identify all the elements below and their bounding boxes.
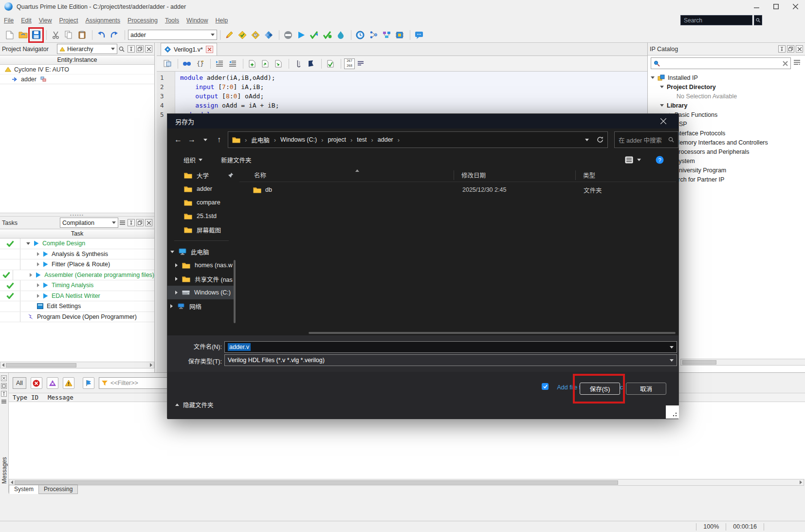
forward-icon[interactable]: → bbox=[185, 133, 199, 147]
ip-search-input[interactable] bbox=[651, 57, 791, 69]
stop-processing-icon[interactable] bbox=[282, 29, 294, 41]
entity-combobox[interactable]: adder bbox=[128, 30, 217, 40]
breadcrumb-item[interactable]: project bbox=[327, 136, 347, 143]
navigator-close-icon[interactable] bbox=[145, 45, 152, 53]
programmer-icon[interactable] bbox=[394, 29, 405, 41]
analyze-file-icon[interactable] bbox=[325, 58, 336, 70]
dialog-sidebar-item[interactable]: 大学 bbox=[167, 168, 236, 182]
task-column-header[interactable]: Task bbox=[0, 229, 154, 238]
chevron-right-icon[interactable] bbox=[175, 291, 178, 294]
tasks-pin-icon[interactable] bbox=[128, 219, 135, 226]
minimize-button[interactable] bbox=[747, 0, 766, 13]
comment-icon[interactable] bbox=[259, 58, 271, 70]
breadcrumb[interactable]: ›此电脑›Windows (C:)›project›test›adder› bbox=[228, 131, 608, 148]
close-button[interactable] bbox=[786, 0, 805, 13]
filter-errors-icon[interactable] bbox=[31, 377, 42, 389]
open-file-icon[interactable] bbox=[17, 29, 29, 41]
entity-instance-header[interactable]: Entity:Instance bbox=[0, 55, 154, 65]
task-row[interactable]: Timing Analysis bbox=[0, 280, 154, 291]
filter-all-button[interactable]: All bbox=[13, 377, 26, 389]
menu-edit[interactable]: Edit bbox=[21, 17, 32, 24]
tasks-hscrollbar[interactable] bbox=[0, 362, 154, 368]
col-id[interactable]: ID bbox=[31, 394, 48, 401]
indent-increase-icon[interactable] bbox=[214, 58, 225, 70]
ip-tree-item[interactable]: Installed IP bbox=[650, 73, 804, 82]
chevron-down-icon[interactable] bbox=[660, 104, 664, 107]
line-numbers-toggle[interactable]: 267268 bbox=[344, 58, 355, 69]
address-dropdown-icon[interactable] bbox=[585, 139, 589, 141]
word-wrap-icon[interactable] bbox=[355, 58, 366, 70]
menu-assignments[interactable]: Assignments bbox=[85, 17, 120, 24]
dialog-cancel-button[interactable]: 取消 bbox=[626, 383, 666, 395]
task-row[interactable]: Fitter (Place & Route) bbox=[0, 259, 154, 270]
start-timing-icon[interactable] bbox=[322, 29, 333, 41]
chevron-down-icon[interactable] bbox=[26, 242, 30, 245]
entity-tree-item[interactable]: adder bbox=[0, 74, 154, 84]
chevron-down-icon[interactable] bbox=[170, 251, 174, 253]
column-name[interactable]: 名称 bbox=[254, 170, 266, 180]
breadcrumb-item[interactable]: test bbox=[356, 136, 367, 143]
col-message[interactable]: Message bbox=[48, 394, 73, 401]
ip-tree-item[interactable]: Project Directory bbox=[650, 82, 804, 92]
chevron-right-icon[interactable] bbox=[37, 252, 39, 256]
task-row[interactable]: Edit Settings bbox=[0, 301, 154, 312]
task-row[interactable]: EDA Netlist Writer bbox=[0, 291, 154, 302]
dialog-sidebar-item[interactable]: Windows (C:) bbox=[167, 286, 236, 299]
panel-splitter[interactable]: •••••• bbox=[0, 213, 154, 217]
messages-hscrollbar[interactable] bbox=[9, 479, 804, 486]
menu-project[interactable]: Project bbox=[59, 17, 78, 24]
tasks-close-icon[interactable] bbox=[145, 219, 152, 226]
start-compilation-icon[interactable] bbox=[295, 29, 307, 41]
assignment-editor-icon[interactable] bbox=[223, 29, 235, 41]
navigator-search-icon[interactable] bbox=[117, 45, 126, 53]
menu-window[interactable]: Window bbox=[186, 17, 208, 24]
chevron-right-icon[interactable] bbox=[37, 294, 39, 298]
netlist-viewer-icon[interactable] bbox=[367, 29, 379, 41]
navigator-float-icon[interactable] bbox=[136, 45, 144, 53]
chevron-down-icon[interactable] bbox=[660, 86, 664, 88]
messages-menu-icon[interactable] bbox=[1, 399, 7, 404]
device-tree-item[interactable]: Cyclone IV E: AUTO bbox=[0, 65, 154, 74]
filter-flag-icon[interactable] bbox=[83, 377, 94, 389]
ip-pin-icon[interactable] bbox=[778, 45, 786, 53]
maximize-button[interactable] bbox=[766, 0, 786, 13]
redo-icon[interactable] bbox=[109, 29, 120, 41]
sidebar-scrollbar[interactable] bbox=[234, 260, 236, 323]
refresh-icon[interactable] bbox=[597, 136, 604, 143]
chat-help-icon[interactable] bbox=[413, 29, 425, 41]
resize-grip[interactable] bbox=[666, 405, 679, 419]
message-filter-input[interactable]: <<Filter>> bbox=[99, 377, 176, 389]
view-mode-icon[interactable] bbox=[625, 156, 633, 164]
ip-search-clear-icon[interactable] bbox=[783, 61, 788, 66]
messages-close-icon[interactable] bbox=[1, 375, 7, 381]
timing-analysis-icon[interactable] bbox=[250, 29, 261, 41]
task-row[interactable]: Compile Design bbox=[0, 238, 154, 249]
analysis-synthesis-icon[interactable] bbox=[237, 29, 248, 41]
column-date[interactable]: 修改日期 bbox=[461, 170, 486, 180]
column-type[interactable]: 类型 bbox=[583, 170, 595, 180]
messages-pin-icon[interactable] bbox=[1, 391, 7, 397]
ip-hscrollbar[interactable] bbox=[680, 359, 805, 366]
replace-icon[interactable]: {} bbox=[194, 58, 206, 70]
tasks-float-icon[interactable] bbox=[136, 219, 144, 226]
task-row[interactable]: Analysis & Synthesis bbox=[0, 249, 154, 260]
search-options-button[interactable] bbox=[754, 15, 762, 25]
file-properties-icon[interactable] bbox=[162, 58, 173, 70]
dialog-sidebar-item[interactable]: homes (nas.w bbox=[167, 258, 236, 272]
new-file-icon[interactable] bbox=[4, 29, 16, 41]
timequest-clock-icon[interactable] bbox=[354, 29, 366, 41]
bookmark-icon[interactable] bbox=[305, 58, 317, 70]
copy-icon[interactable] bbox=[63, 29, 74, 41]
dialog-sidebar-item[interactable]: 屏幕截图 bbox=[167, 223, 236, 237]
list-hscrollbar[interactable] bbox=[309, 332, 676, 334]
hide-folders-button[interactable]: 隐藏文件夹 bbox=[175, 400, 214, 409]
breadcrumb-item[interactable]: adder bbox=[377, 136, 394, 143]
tab-system[interactable]: System bbox=[9, 485, 39, 494]
dialog-search-input[interactable]: 在 adder 中搜索 bbox=[614, 131, 678, 148]
navigator-pin-icon[interactable] bbox=[128, 45, 135, 53]
ip-tree-item[interactable]: Library bbox=[650, 101, 804, 110]
tab-processing[interactable]: Processing bbox=[38, 485, 78, 494]
hierarchy-combobox[interactable]: Hierarchy bbox=[57, 44, 117, 54]
chevron-right-icon[interactable] bbox=[170, 304, 173, 308]
chevron-right-icon[interactable] bbox=[37, 262, 39, 266]
